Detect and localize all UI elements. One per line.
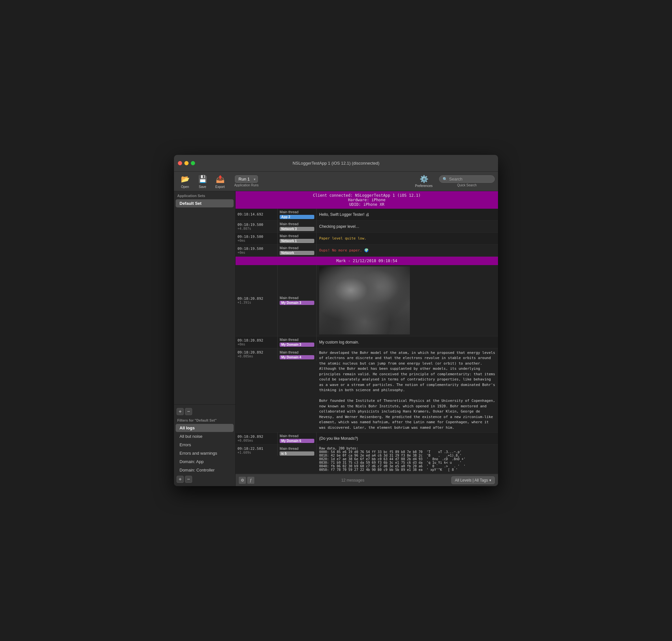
log-content: My custom log domain. [317, 336, 498, 348]
save-icon: 💾 [197, 174, 208, 185]
log-thread: Main threadMy Domain 4 [278, 349, 317, 361]
preferences-group: ⚙️ Preferences [415, 175, 433, 188]
tag-badge: Network 3 [279, 227, 314, 231]
log-time: 09:18:19.500+0ms [235, 233, 278, 244]
log-image [319, 267, 410, 335]
log-thread: Main threadNetwork 1 [278, 233, 317, 244]
log-content: Bohr developed the Bohr model of the ato… [317, 349, 498, 433]
run-dropdown[interactable]: Run 1 [235, 175, 258, 183]
log-row[interactable]: 09:18:19.500+4.807sMain threadNetwork 3C… [235, 221, 498, 233]
run-select-wrap: Run 1 [235, 175, 258, 183]
log-thread: Main threadic 5 [278, 445, 317, 457]
window-title: NSLoggerTestApp 1 (iOS 12.1) (disconnect… [292, 161, 380, 166]
titlebar: NSLoggerTestApp 1 (iOS 12.1) (disconnect… [174, 155, 498, 172]
save-button[interactable]: 💾 Save [195, 173, 210, 190]
filter-icon[interactable]: ⚙ [239, 477, 246, 484]
tag-badge: Network [279, 251, 314, 255]
add-filter-button[interactable]: + [177, 476, 184, 483]
search-input-wrap: 🔍 [439, 175, 495, 183]
log-time: 09:18:19.500+0ms [235, 245, 278, 256]
log-time: 09:18:20.892+1.391s [235, 265, 278, 336]
toolbar: 📂 Open 💾 Save 📤 Export Run 1 Application… [174, 172, 498, 191]
level-tags-button[interactable]: All Levels | All Tags ▾ [451, 476, 495, 484]
status-icons: ⚙ ƒ [239, 477, 255, 484]
tag-badge: App 2 [279, 215, 314, 219]
remove-set-button[interactable]: − [185, 408, 192, 415]
sidebar-item-default-set[interactable]: Default Set [176, 199, 234, 207]
log-time: 09:18:14.692 [235, 209, 278, 220]
log-time: 09:18:20.892+0.005ms [235, 433, 278, 444]
sidebar-filter-0[interactable]: All logs [176, 424, 234, 432]
search-box: 🔍 Quick Search [439, 175, 495, 187]
traffic-lights [178, 161, 195, 165]
main-window: NSLoggerTestApp 1 (iOS 12.1) (disconnect… [174, 155, 498, 487]
sidebar-filter-5[interactable]: Domain: Controller [176, 466, 234, 474]
toolbar-file-group: 📂 Open 💾 Save 📤 Export [177, 173, 228, 190]
log-content: Paper level quite low. [317, 233, 498, 244]
log-row[interactable]: 09:18:22.501+1.609sMain threadic 5Raw da… [235, 445, 498, 474]
sidebar-filter-4[interactable]: Domain: App [176, 458, 234, 466]
log-row[interactable]: 09:18:19.500+0msMain threadNetwork 1Pape… [235, 233, 498, 245]
log-thread: Main threadMy Domain 6 [278, 433, 317, 444]
log-content [317, 265, 498, 336]
connection-banner: Client connected: NSLoggerTestApp 1 (iOS… [235, 191, 498, 209]
search-icon: 🔍 [443, 177, 448, 181]
func-icon[interactable]: ƒ [247, 477, 255, 484]
sidebar-filter-3[interactable]: Errors and warnings [176, 449, 234, 457]
message-count: 12 messages [341, 478, 364, 482]
tag-badge: My Domain 3 [279, 301, 314, 305]
chevron-down-icon: ▾ [489, 478, 491, 482]
log-thread: Main threadNetwork 3 [278, 221, 317, 232]
log-row[interactable]: 09:18:20.892+0msMain threadMy Domain 3My… [235, 336, 498, 349]
search-input[interactable] [449, 177, 491, 181]
log-content: Hello, Swift Logger Tester! 🖨 [317, 209, 498, 220]
log-content: Oups! No more paper. 🌍 [317, 245, 498, 256]
tag-badge: My Domain 4 [279, 355, 314, 359]
open-button[interactable]: 📂 Open [177, 173, 193, 190]
log-rows-container: 09:18:14.692Main threadApp 2Hello, Swift… [235, 209, 498, 474]
log-row[interactable]: 09:18:20.892+0.005msMain threadMy Domain… [235, 349, 498, 433]
tag-badge: My Domain 6 [279, 439, 314, 443]
status-bar: ⚙ ƒ 12 messages All Levels | All Tags ▾ [235, 474, 498, 486]
filters-list: All logsAll but noiseErrorsErrors and wa… [174, 424, 235, 474]
tag-badge: ic 5 [279, 451, 314, 455]
export-button[interactable]: 📤 Export [212, 173, 228, 190]
export-icon: 📤 [215, 174, 225, 185]
main-layout: Application Sets Default Set + − Filters… [174, 191, 498, 487]
app-sets-title: Application Sets [174, 191, 235, 199]
content-area: Client connected: NSLoggerTestApp 1 (iOS… [235, 191, 498, 487]
run-selector: Run 1 Application Runs [234, 175, 259, 187]
log-table[interactable]: Client connected: NSLoggerTestApp 1 (iOS… [235, 191, 498, 474]
sidebar-filter-2[interactable]: Errors [176, 441, 234, 449]
log-time: 09:18:20.892+0ms [235, 336, 278, 348]
filters-add-remove: + − [174, 475, 235, 484]
remove-filter-button[interactable]: − [185, 476, 192, 483]
log-row[interactable]: 09:18:20.892+1.391sMain threadMy Domain … [235, 265, 498, 336]
sidebar-bottom: + − Filters for "Default Set" All logsAl… [174, 405, 235, 486]
log-thread: Main threadNetwork [278, 245, 317, 256]
log-time: 09:18:22.501+1.609s [235, 445, 278, 455]
add-set-button[interactable]: + [177, 408, 184, 415]
preferences-icon[interactable]: ⚙️ [420, 175, 428, 183]
log-row[interactable]: 09:18:14.692Main threadApp 2Hello, Swift… [235, 209, 498, 221]
mark-banner: Mark - 21/12/2018 09:18:54 [235, 257, 498, 265]
log-time: 09:18:19.500+4.807s [235, 221, 278, 232]
log-row[interactable]: 09:18:19.500+0msMain threadNetworkOups! … [235, 245, 498, 257]
log-thread: Main threadMy Domain 3 [278, 336, 317, 348]
filters-title: Filters for "Default Set" [174, 417, 235, 424]
log-time: 09:18:20.892+0.005ms [235, 349, 278, 359]
maximize-button[interactable] [191, 161, 195, 165]
sidebar-add-remove: + − [174, 407, 235, 417]
log-content: Checking paper level… [317, 221, 498, 232]
log-thread: Main threadMy Domain 3 [278, 265, 317, 336]
open-icon: 📂 [180, 174, 190, 185]
sidebar-filter-1[interactable]: All but noise [176, 432, 234, 440]
sidebar: Application Sets Default Set + − Filters… [174, 191, 235, 487]
log-thread: Main threadApp 2 [278, 209, 317, 220]
log-content: Raw data, 200 bytes: 0000: 54 85 e6 19 d… [317, 445, 498, 474]
minimize-button[interactable] [184, 161, 189, 165]
close-button[interactable] [178, 161, 182, 165]
log-row[interactable]: 09:18:20.892+0.005msMain threadMy Domain… [235, 433, 498, 445]
tag-badge: My Domain 3 [279, 342, 314, 347]
tag-badge: Network 1 [279, 239, 314, 243]
